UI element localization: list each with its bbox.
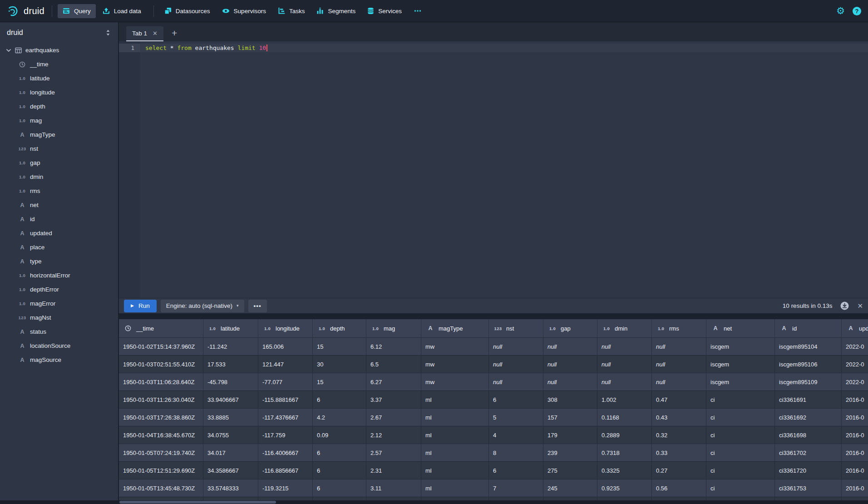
cell[interactable]: 0.47 [652,390,706,408]
cell[interactable]: 6 [489,390,543,408]
cell[interactable]: null [489,355,543,373]
cell[interactable]: 0.2889 [597,426,652,444]
cell[interactable]: -119.3215 [258,479,313,497]
nav-item-services[interactable]: Services [362,4,407,18]
cell[interactable]: null [597,373,652,390]
cell[interactable]: 6 [313,479,366,497]
cell[interactable]: 6.27 [366,373,421,390]
tab-close-icon[interactable]: ✕ [153,30,158,37]
nav-item-load-data[interactable]: Load data [98,4,146,18]
cell[interactable]: 2016-0 [842,479,868,497]
sidebar-column-place[interactable]: Aplace [0,240,118,254]
sidebar-column-nst[interactable]: 123nst [0,142,118,156]
sidebar-column-net[interactable]: Anet [0,198,118,212]
cell[interactable]: 2022-0 [842,337,868,355]
results-header-mag[interactable]: 1.0mag [366,319,421,337]
cell[interactable]: ci3361692 [775,408,842,426]
cell[interactable]: iscgem [706,337,775,355]
sidebar-column-dmin[interactable]: 1.0dmin [0,170,118,184]
results-header-id[interactable]: Aid [775,319,842,337]
cell[interactable]: 5 [489,408,543,426]
sidebar-column-longitude[interactable]: 1.0longitude [0,85,118,99]
results-header-upd[interactable]: Aupd [842,319,868,337]
cell[interactable]: 1950-01-03T02:51:55.410Z [119,355,203,373]
cell[interactable]: ci [706,461,775,479]
cell[interactable]: 30 [313,355,366,373]
help-icon[interactable]: ? [853,7,861,15]
cell[interactable]: null [489,373,543,390]
cell[interactable]: 308 [543,390,597,408]
sidebar-column-locationsource[interactable]: AlocationSource [0,339,118,353]
cell[interactable]: 1950-01-05T12:51:29.690Z [119,461,203,479]
cell[interactable]: 275 [543,461,597,479]
nav-item-query[interactable]: Query [58,4,96,18]
cell[interactable]: ci [706,426,775,444]
cell[interactable]: null [489,337,543,355]
nav-item-supervisors[interactable]: Supervisors [217,4,271,18]
query-more-button[interactable]: ••• [248,300,267,312]
cell[interactable]: 33.8885 [203,408,258,426]
cell[interactable]: -117.4376667 [258,408,313,426]
cell[interactable]: 239 [543,444,597,461]
cell[interactable]: -77.077 [258,373,313,390]
cell[interactable]: -11.242 [203,337,258,355]
sidebar-column-magerror[interactable]: 1.0magError [0,296,118,311]
cell[interactable]: 0.27 [652,461,706,479]
cell[interactable]: null [543,337,597,355]
cell[interactable]: 2016-0 [842,461,868,479]
cell[interactable]: 6 [313,444,366,461]
cell[interactable]: ml [421,479,489,497]
cell[interactable]: ml [421,461,489,479]
cell[interactable]: 3.11 [366,479,421,497]
download-results-icon[interactable] [840,301,849,310]
cell[interactable]: iscgem [706,373,775,390]
nav-item-datasources[interactable]: Datasources [159,4,215,18]
cell[interactable]: 6 [313,390,366,408]
cell[interactable]: ml [421,444,489,461]
cell[interactable]: 0.1168 [597,408,652,426]
editor-code-area[interactable]: select * from earthquakes limit 10 [140,41,868,298]
sidebar-column-rms[interactable]: 1.0rms [0,184,118,198]
cell[interactable]: ml [421,408,489,426]
cell[interactable]: 2022-0 [842,355,868,373]
cell[interactable]: -45.798 [203,373,258,390]
cell[interactable]: 0.32 [652,426,706,444]
cell[interactable]: ml [421,390,489,408]
cell[interactable]: null [597,337,652,355]
cell[interactable]: iscgem895104 [775,337,842,355]
results-header-latitude[interactable]: 1.0latitude [203,319,258,337]
cell[interactable]: 2016-0 [842,444,868,461]
cell[interactable]: iscgem [706,355,775,373]
sort-double-caret-icon[interactable] [105,29,111,36]
cell[interactable]: iscgem895106 [775,355,842,373]
sidebar-column-time[interactable]: __time [0,57,118,71]
cell[interactable]: -117.759 [258,426,313,444]
sidebar-column-latitude[interactable]: 1.0latitude [0,71,118,85]
cell[interactable]: 3.37 [366,390,421,408]
cell[interactable]: 165.006 [258,337,313,355]
cell[interactable]: 15 [313,337,366,355]
sidebar-column-type[interactable]: Atype [0,254,118,268]
cell[interactable]: 2.12 [366,426,421,444]
sidebar-column-magsource[interactable]: AmagSource [0,353,118,367]
cell[interactable]: null [652,355,706,373]
cell[interactable]: ci [706,479,775,497]
results-header-magtype[interactable]: AmagType [421,319,489,337]
cell[interactable]: 6.12 [366,337,421,355]
cell[interactable]: 1950-01-03T11:26:30.040Z [119,390,203,408]
results-header-net[interactable]: Anet [706,319,775,337]
cell[interactable]: ci3361720 [775,461,842,479]
results-header-nst[interactable]: 123nst [489,319,543,337]
cell[interactable]: 2016-0 [842,390,868,408]
cell[interactable]: 33.9406667 [203,390,258,408]
results-header-rms[interactable]: 1.0rms [652,319,706,337]
cell[interactable]: 34.3586667 [203,461,258,479]
cell[interactable]: 1950-01-02T15:14:37.960Z [119,337,203,355]
tab-query-tab1[interactable]: Tab 1 ✕ [126,26,163,41]
sidebar-column-depth[interactable]: 1.0depth [0,99,118,114]
cell[interactable]: mw [421,373,489,390]
cell[interactable]: -116.8856667 [258,461,313,479]
cell[interactable]: 34.017 [203,444,258,461]
cell[interactable]: 33.5748333 [203,479,258,497]
cell[interactable]: null [652,373,706,390]
